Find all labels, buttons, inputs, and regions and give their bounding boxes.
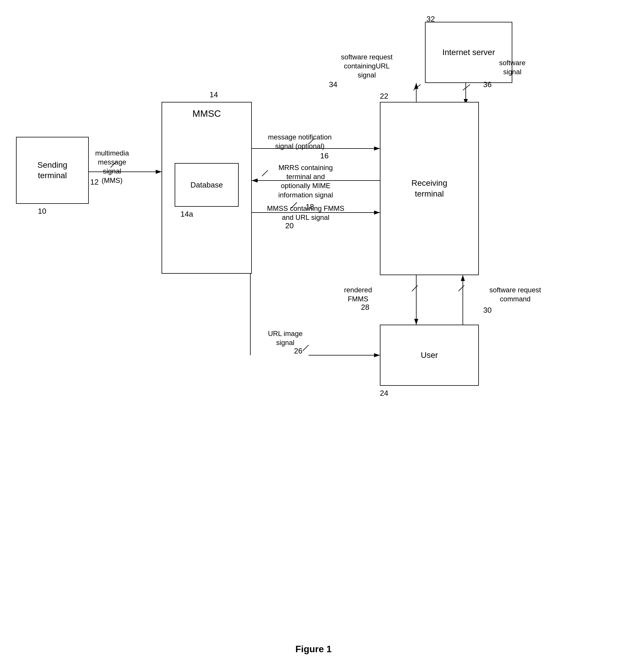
rendered-fmms-label: renderedFMMS (329, 285, 387, 304)
database-box: Database (175, 163, 239, 207)
ref-12: 12 (90, 177, 99, 187)
ref-20: 20 (285, 221, 294, 230)
receiving-terminal-label: Receivingterminal (412, 178, 448, 199)
svg-line-14 (463, 85, 470, 90)
diagram-arrows (0, 0, 627, 641)
receiving-terminal-box: Receivingterminal (380, 102, 479, 275)
internet-server-label: Internet server (442, 47, 495, 58)
ref-16: 16 (320, 151, 329, 161)
software-signal-label: softwaresignal (483, 58, 541, 76)
user-box: User (380, 325, 479, 386)
ref-32: 32 (427, 15, 435, 24)
software-request-url-label: software requestcontainingURLsignal (326, 52, 408, 80)
ref-36: 36 (483, 80, 492, 89)
figure-caption: Figure 1 (0, 644, 627, 654)
ref-30: 30 (483, 306, 492, 315)
url-image-signal-label: URL imagesignal (253, 329, 317, 347)
ref-14: 14 (210, 90, 218, 99)
software-request-cmd-label: software requestcommand (483, 285, 547, 304)
diagram: Internet server 32 Sendingterminal 10 MM… (0, 0, 627, 641)
ref-24: 24 (380, 389, 388, 398)
svg-line-13 (413, 85, 420, 90)
svg-line-20 (412, 285, 418, 291)
sending-terminal-box: Sendingterminal (16, 137, 89, 204)
mmsc-label: MMSC (162, 108, 251, 120)
notification-signal-label: message notificationsignal (optional) (253, 133, 346, 150)
sending-terminal-label: Sendingterminal (38, 160, 68, 181)
mrrs-signal-label: MRRS containingterminal andoptionally MI… (253, 163, 358, 199)
mmss-signal-label: MMSS containing FMMSand URL signal (253, 204, 358, 222)
svg-line-21 (458, 285, 464, 291)
ref-28: 28 (361, 303, 369, 312)
database-label: Database (190, 181, 223, 190)
ref-34: 34 (329, 80, 337, 89)
ref-22: 22 (380, 92, 388, 101)
ref-10: 10 (38, 207, 46, 216)
ref-14a: 14a (180, 210, 193, 219)
user-label: User (420, 350, 438, 360)
ref-26: 26 (294, 346, 303, 356)
